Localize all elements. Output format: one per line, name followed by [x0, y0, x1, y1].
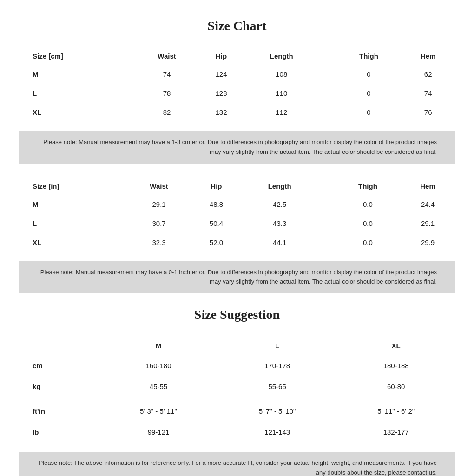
- in-hip-l: 50.4: [191, 214, 242, 233]
- suggestion-cm-xl: 180-188: [336, 355, 455, 376]
- cm-waist-xl: 82: [136, 103, 198, 122]
- cm-empty-xl: [319, 103, 337, 122]
- suggestion-cm-l: 170-178: [218, 355, 337, 376]
- cm-hem-l: 74: [401, 84, 455, 103]
- cm-hem-m: 62: [401, 65, 455, 84]
- cm-row-m: M 74 124 108 0 62: [19, 65, 455, 84]
- in-size-xl: XL: [19, 233, 127, 252]
- suggestion-lb-xl: 132-177: [336, 422, 455, 443]
- cm-length-xl: 112: [244, 103, 319, 122]
- cm-length-l: 110: [244, 84, 319, 103]
- in-waist-xl: 32.3: [127, 233, 191, 252]
- in-header-size: Size [in]: [19, 178, 127, 195]
- cm-hip-xl: 132: [198, 103, 244, 122]
- in-row-m: M 29.1 48.8 42.5 0.0 24.4: [19, 195, 455, 214]
- in-hem-m: 24.4: [400, 195, 455, 214]
- in-note-bar: Please note: Manual measurement may have…: [19, 261, 455, 294]
- suggestion-header-xl: XL: [336, 336, 455, 355]
- cm-note-bar: Please note: Manual measurement may have…: [19, 131, 455, 164]
- in-row-l: L 30.7 50.4 43.3 0.0 29.1: [19, 214, 455, 233]
- in-header-empty: [317, 178, 336, 195]
- suggestion-ftin-m: 5' 3" - 5' 11": [99, 401, 218, 422]
- cm-header-length: Length: [244, 47, 319, 65]
- cm-thigh-xl: 0: [337, 103, 401, 122]
- in-empty-m: [317, 195, 336, 214]
- suggestion-label-lb: lb: [19, 422, 99, 443]
- in-hip-m: 48.8: [191, 195, 242, 214]
- suggestion-spacer: [19, 397, 455, 401]
- in-hip-xl: 52.0: [191, 233, 242, 252]
- in-note-text: Please note: Manual measurement may have…: [40, 269, 437, 285]
- suggestion-header-l: L: [218, 336, 337, 355]
- in-header-length: Length: [242, 178, 317, 195]
- page-container: Size Chart Size [cm] Waist Hip Length Th…: [0, 0, 474, 476]
- in-thigh-m: 0.0: [336, 195, 400, 214]
- in-hem-l: 29.1: [400, 214, 455, 233]
- suggestion-title: Size Suggestion: [19, 307, 455, 322]
- suggestion-label-kg: kg: [19, 376, 99, 397]
- cm-header-hip: Hip: [198, 47, 244, 65]
- in-row-xl: XL 32.3 52.0 44.1 0.0 29.9: [19, 233, 455, 252]
- in-hem-xl: 29.9: [400, 233, 455, 252]
- in-waist-l: 30.7: [127, 214, 191, 233]
- cm-thigh-m: 0: [337, 65, 401, 84]
- cm-size-l: L: [19, 84, 136, 103]
- suggestion-label-ftin: ft'in: [19, 401, 99, 422]
- cm-hip-m: 124: [198, 65, 244, 84]
- suggestion-header-m: M: [99, 336, 218, 355]
- size-chart-title: Size Chart: [19, 19, 455, 33]
- cm-header-thigh: Thigh: [337, 47, 401, 65]
- suggestion-ftin-xl: 5' 11" - 6' 2": [336, 401, 455, 422]
- in-waist-m: 29.1: [127, 195, 191, 214]
- suggestion-row-cm: cm 160-180 170-178 180-188: [19, 355, 455, 376]
- cm-row-xl: XL 82 132 112 0 76: [19, 103, 455, 122]
- suggestion-row-ftin: ft'in 5' 3" - 5' 11" 5' 7" - 5' 10" 5' 1…: [19, 401, 455, 422]
- suggestion-lb-l: 121-143: [218, 422, 337, 443]
- suggestion-note-bar: Please note: The above information is fo…: [19, 452, 455, 476]
- in-header-hem: Hem: [400, 178, 455, 195]
- suggestion-kg-l: 55-65: [218, 376, 337, 397]
- in-header-thigh: Thigh: [336, 178, 400, 195]
- in-header-hip: Hip: [191, 178, 242, 195]
- cm-header-waist: Waist: [136, 47, 198, 65]
- in-thigh-xl: 0.0: [336, 233, 400, 252]
- cm-size-m: M: [19, 65, 136, 84]
- cm-empty-m: [319, 65, 337, 84]
- in-length-xl: 44.1: [242, 233, 317, 252]
- in-empty-xl: [317, 233, 336, 252]
- suggestion-row-lb: lb 99-121 121-143 132-177: [19, 422, 455, 443]
- in-thigh-l: 0.0: [336, 214, 400, 233]
- cm-waist-l: 78: [136, 84, 198, 103]
- in-empty-l: [317, 214, 336, 233]
- cm-header-empty: [319, 47, 337, 65]
- suggestion-cm-m: 160-180: [99, 355, 218, 376]
- suggestion-kg-xl: 60-80: [336, 376, 455, 397]
- in-size-l: L: [19, 214, 127, 233]
- cm-note-text: Please note: Manual measurement may have…: [43, 139, 437, 155]
- cm-empty-l: [319, 84, 337, 103]
- suggestion-lb-m: 99-121: [99, 422, 218, 443]
- cm-hip-l: 128: [198, 84, 244, 103]
- cm-waist-m: 74: [136, 65, 198, 84]
- cm-header-hem: Hem: [401, 47, 455, 65]
- in-length-m: 42.5: [242, 195, 317, 214]
- in-size-m: M: [19, 195, 127, 214]
- cm-row-l: L 78 128 110 0 74: [19, 84, 455, 103]
- cm-size-xl: XL: [19, 103, 136, 122]
- suggestion-row-kg: kg 45-55 55-65 60-80: [19, 376, 455, 397]
- suggestion-table: M L XL cm 160-180 170-178 180-188 kg 45-…: [19, 336, 455, 443]
- cm-length-m: 108: [244, 65, 319, 84]
- cm-header-size: Size [cm]: [19, 47, 136, 65]
- cm-thigh-l: 0: [337, 84, 401, 103]
- in-header-waist: Waist: [127, 178, 191, 195]
- suggestion-note-text: Please note: The above information is fo…: [39, 459, 437, 476]
- cm-hem-xl: 76: [401, 103, 455, 122]
- in-length-l: 43.3: [242, 214, 317, 233]
- suggestion-header-empty: [19, 336, 99, 355]
- suggestion-ftin-l: 5' 7" - 5' 10": [218, 401, 337, 422]
- in-size-table: Size [in] Waist Hip Length Thigh Hem M 2…: [19, 178, 455, 252]
- suggestion-kg-m: 45-55: [99, 376, 218, 397]
- cm-size-table: Size [cm] Waist Hip Length Thigh Hem M 7…: [19, 47, 455, 122]
- suggestion-label-cm: cm: [19, 355, 99, 376]
